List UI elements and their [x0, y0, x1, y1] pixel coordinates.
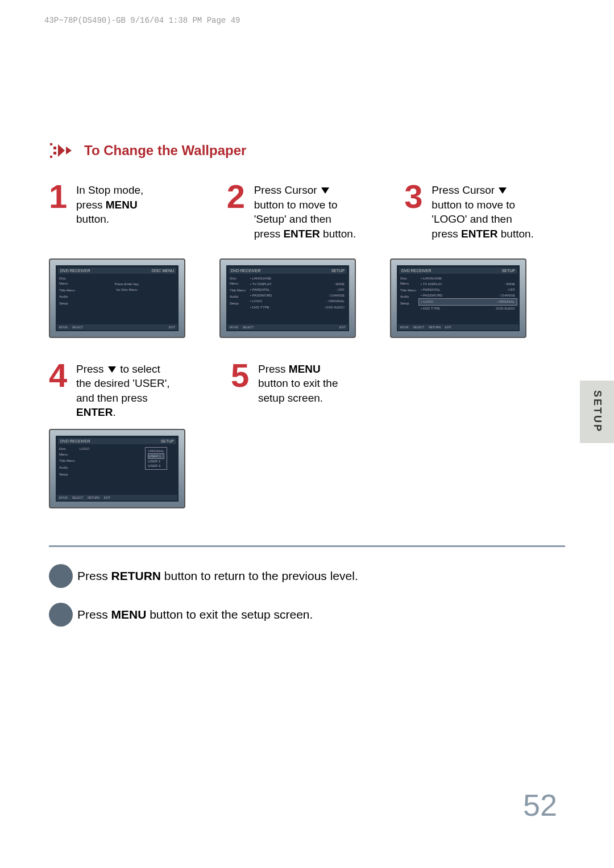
- text: button.: [498, 228, 534, 240]
- text: In Stop mode,: [76, 184, 143, 196]
- text: Press: [77, 608, 111, 621]
- page-number: 52: [523, 787, 557, 823]
- text: Press: [76, 363, 107, 375]
- sidebar-item: Audio: [399, 294, 417, 301]
- step-text: In Stop mode, press MENU button.: [76, 182, 143, 241]
- running-head: 43P~78P(DS490)-GB 9/16/04 1:38 PM Page 4…: [44, 16, 240, 25]
- step-text: Press Cursor button to move to 'LOGO' an…: [432, 182, 534, 241]
- text: button.: [76, 213, 109, 225]
- svg-rect-1: [50, 156, 52, 158]
- section-title-row: To Change the Wallpaper: [49, 142, 565, 159]
- menu-row: • DVD TYPE: DVD AUDIO: [418, 306, 517, 311]
- notes-area: Press RETURN button to return to the pre…: [49, 545, 565, 641]
- arrow-icon: [49, 142, 77, 159]
- footer-item: SELECT: [72, 326, 83, 329]
- menu-row: • PASSWORD: CHANGE: [248, 293, 347, 298]
- footer-item: MOVE: [59, 496, 68, 499]
- menu-row: • LOGO: ORIGINAL: [418, 298, 517, 305]
- sidebar-item: Setup: [399, 301, 417, 307]
- sidebar-item: Title Menu: [58, 458, 76, 465]
- screen-header-left: DVD RECEIVER: [231, 269, 261, 273]
- screen-header-right: SETUP: [331, 269, 345, 273]
- down-cursor-icon: [108, 366, 116, 373]
- screen-header-left: DVD RECEIVER: [401, 269, 432, 273]
- text: .: [113, 406, 115, 418]
- bold: ENTER: [76, 406, 113, 418]
- screen-line: for Disc Menu: [77, 287, 176, 293]
- screen-header-left: DVD RECEIVER: [60, 439, 90, 443]
- text: to select: [117, 363, 160, 375]
- footer-item: SELECT: [413, 326, 424, 329]
- text: button to move to: [432, 199, 515, 211]
- screen-sidebar: Disc Menu Title Menu Audio Setup: [58, 446, 76, 478]
- text: press: [76, 199, 106, 211]
- text: 'Setup' and then: [254, 213, 331, 225]
- screen-sidebar: Disc Menu Title Menu Audio Setup: [58, 276, 76, 307]
- step-text: Press to select the desired 'USER', and …: [76, 361, 170, 420]
- side-tab: SETUP: [580, 381, 614, 443]
- step-number: 2: [227, 182, 250, 241]
- text: button.: [320, 228, 356, 240]
- down-cursor-icon: [499, 187, 507, 194]
- text: button to move to: [254, 199, 338, 211]
- menu-row: • TV DISPLAY: WIDE: [248, 281, 347, 287]
- text: button to return to the previous level.: [161, 569, 358, 582]
- menu-row: • TV DISPLAY: WIDE: [418, 281, 517, 287]
- footer-item: EXIT: [169, 326, 175, 329]
- footer-item: RETURN: [429, 326, 441, 329]
- screen-4: DVD RECEIVER SETUP Disc Menu Title Menu …: [49, 429, 185, 508]
- svg-marker-4: [58, 144, 65, 157]
- sidebar-item: Disc Menu: [229, 276, 247, 287]
- sidebar-item: Title Menu: [399, 287, 417, 294]
- sidebar-item: Audio: [58, 294, 76, 301]
- screen-sidebar: Disc Menu Title Menu Audio Setup: [399, 276, 417, 307]
- steps-row-1: 1 In Stop mode, press MENU button. 2 Pre…: [49, 182, 565, 241]
- footer-item: SELECT: [243, 326, 254, 329]
- bold: MENU: [111, 608, 147, 621]
- screen-sidebar: Disc Menu Title Menu Audio Setup: [229, 276, 247, 307]
- sidebar-item: Title Menu: [58, 287, 76, 294]
- text: Press Cursor: [432, 184, 497, 196]
- menu-key: LOGO: [80, 446, 89, 452]
- sidebar-item: Audio: [229, 294, 247, 301]
- submenu-item: USER 2: [148, 459, 164, 464]
- footer-item: SELECT: [72, 496, 83, 499]
- menu-row: • LOGO: ORIGINAL: [248, 298, 347, 304]
- content-area: To Change the Wallpaper 1 In Stop mode, …: [49, 142, 565, 520]
- note-row: Press RETURN button to return to the pre…: [49, 564, 565, 588]
- sidebar-item: Disc Menu: [58, 276, 76, 287]
- text: Press: [258, 363, 289, 375]
- submenu-item: USER 1: [148, 453, 164, 459]
- down-cursor-icon: [321, 187, 329, 194]
- text: the desired 'USER',: [76, 377, 170, 389]
- sidebar-item: Disc Menu: [399, 276, 417, 287]
- menu-row: • PASSWORD: CHANGE: [418, 293, 517, 298]
- footer-item: MOVE: [230, 326, 238, 329]
- sidebar-item: Audio: [58, 465, 76, 471]
- sidebar-item: Disc Menu: [58, 446, 76, 458]
- menu-row: • LANGUAGE: [418, 276, 517, 281]
- step-number: 4: [49, 361, 72, 420]
- text: Press: [77, 569, 111, 582]
- note-text: Press RETURN button to return to the pre…: [61, 569, 358, 583]
- note-row: Press MENU button to exit the setup scre…: [49, 603, 565, 627]
- screens-row-1: DVD RECEIVER DISC MENU Disc Menu Title M…: [49, 258, 565, 338]
- screen-3: DVD RECEIVER SETUP Disc Menu Title Menu …: [390, 258, 526, 338]
- side-tab-label: SETUP: [591, 390, 603, 433]
- menu-row: • LANGUAGE: [248, 276, 347, 281]
- footer-item: EXIT: [104, 496, 110, 499]
- step-1: 1 In Stop mode, press MENU button.: [49, 182, 210, 241]
- step-number: 3: [404, 182, 427, 241]
- screen-1: DVD RECEIVER DISC MENU Disc Menu Title M…: [49, 258, 185, 338]
- footer-item: MOVE: [400, 326, 409, 329]
- text: and then press: [76, 392, 148, 404]
- step-2: 2 Press Cursor button to move to 'Setup'…: [227, 182, 388, 241]
- section-title: To Change the Wallpaper: [84, 143, 246, 158]
- menu-row: • PARENTAL: OFF: [248, 287, 347, 293]
- footer-item: EXIT: [339, 326, 346, 329]
- text: button to exit the: [258, 377, 338, 389]
- text: button to exit the setup screen.: [146, 608, 313, 621]
- step-text: Press Cursor button to move to 'Setup' a…: [254, 182, 356, 241]
- bold: MENU: [289, 363, 321, 375]
- submenu-item: ORIGINAL: [148, 449, 164, 453]
